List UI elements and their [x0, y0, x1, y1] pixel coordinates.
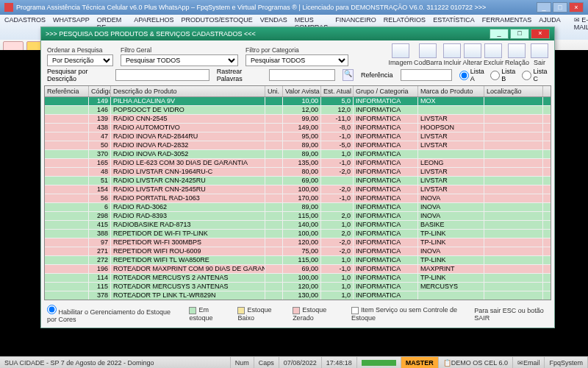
table-row[interactable]: 47RADIO INOVA RAD-2844RU95,00-1,0INFORMA…: [45, 132, 551, 141]
table-row[interactable]: 271REPETIDOR WIFI ROU-600975,00-2,0INFOR…: [45, 247, 551, 256]
col-cod[interactable]: Código: [89, 86, 111, 96]
sb-num: Num: [231, 357, 254, 368]
sb-city: SUA CIDADE - SP 7 de Agosto de 2022 - Do…: [0, 357, 231, 368]
table-row[interactable]: 6RADIO RAD-306289,00INFORMATICAINOVA: [45, 203, 551, 212]
table-row[interactable]: 139RADIO CNN-254599,00-11,0INFORMATICALI…: [45, 115, 551, 124]
action-toolbar: Imagem CodBarra Incluir Alterar Excluir …: [388, 43, 548, 66]
imagem-icon[interactable]: [392, 43, 409, 58]
statusbar: SUA CIDADE - SP 7 de Agosto de 2022 - Do…: [0, 356, 588, 368]
legend-em: Em estoque: [189, 306, 227, 322]
rastrear-label: Rastrear Palavras: [217, 68, 262, 82]
radio-lista-c[interactable]: Lista C: [522, 68, 548, 82]
col-marca[interactable]: Marca do Produto: [418, 86, 484, 96]
subwin-maximize[interactable]: □: [510, 29, 529, 39]
table-row[interactable]: 50RADIO INOVA RAD-283289,00-5,0INFORMATI…: [45, 141, 551, 150]
filtro-cat-select[interactable]: Pesquisar TODOS: [245, 54, 348, 66]
col-val[interactable]: Valor Avista: [283, 86, 321, 96]
ref-label: Referência: [361, 71, 393, 79]
table-row[interactable]: 165RADIO LE-623 COM 30 DIAS DE GARANTIA1…: [45, 159, 551, 168]
ordena-select[interactable]: Por Descrição: [47, 54, 113, 66]
codbarra-icon[interactable]: [419, 43, 437, 58]
maximize-button[interactable]: □: [553, 2, 567, 13]
minimize-button[interactable]: _: [537, 2, 551, 13]
table-row[interactable]: 272REPETIDOR WIFI TL WA850RE115,001,0INF…: [45, 256, 551, 265]
table-row[interactable]: 115ROTEADOR MERCUSYS 3 ANTENAS120,001,0I…: [45, 283, 551, 291]
subwin-minimize[interactable]: _: [490, 29, 509, 39]
sb-caps: Caps: [254, 357, 279, 368]
main-titlebar: Programa Assistência Técnica Celular v6.…: [0, 0, 588, 15]
legend-baixo: Estoque Baixo: [237, 306, 282, 322]
table-row[interactable]: 196ROTEADOR MAXPRINT COM 90 DIAS DE GARA…: [45, 265, 551, 274]
sb-fpq[interactable]: FpqSystem: [545, 357, 588, 368]
sb-demo: 📋 DEMO OS CEL 6.0: [439, 357, 513, 368]
hab-check[interactable]: Habilitar o Gerenciamento do Estoque por…: [47, 305, 179, 323]
table-row[interactable]: 378ROTEADOR TP LINK TL-WR829N130,001,0IN…: [45, 291, 551, 300]
table-row[interactable]: 370RADIO INOVA RAD-305289,001,0INFORMATI…: [45, 150, 551, 159]
radio-lista-b[interactable]: Lista B: [490, 68, 516, 82]
sb-time: 17:48:18: [322, 357, 357, 368]
search-window-title: >>> PESQUISA DOS PRODUTOS & SERVIÇOS CAD…: [46, 30, 256, 38]
filtro-cat-label: Filtro por Categoria: [245, 46, 348, 54]
search-window: >>> PESQUISA DOS PRODUTOS & SERVIÇOS CAD…: [40, 26, 555, 328]
col-uni[interactable]: Uni.: [265, 86, 283, 96]
table-row[interactable]: 56RADIO PORTATIL RAD-1063170,00-1,0INFOR…: [45, 194, 551, 203]
col-grp[interactable]: Grupo / Categoria: [354, 86, 418, 96]
pesq-desc-input[interactable]: [115, 69, 209, 81]
col-ref[interactable]: Referência: [45, 86, 89, 96]
col-desc[interactable]: Descrição do Produto: [111, 86, 265, 96]
table-row[interactable]: 149PILHA ALCALINA 9V10,005,0INFORMATICAM…: [45, 97, 551, 106]
ordena-label: Ordenar a Pesquisa: [47, 46, 113, 54]
grid-body[interactable]: 149PILHA ALCALINA 9V10,005,0INFORMATICAM…: [45, 97, 551, 300]
filter-row-2: Pesquisar por Descrição Rastrear Palavra…: [41, 66, 554, 85]
filter-row-1: Ordenar a Pesquisa Por Descrição Filtro …: [41, 40, 554, 66]
ref-input[interactable]: [401, 69, 452, 81]
menu-email[interactable]: ✉ E-MAIL: [574, 16, 588, 38]
filtro-geral-label: Filtro Geral: [121, 46, 238, 54]
sair-icon[interactable]: [531, 43, 548, 58]
subwin-close[interactable]: ×: [531, 29, 550, 39]
table-row[interactable]: 146POPSOOCT DE VIDRO12,0012,0INFORMATICA: [45, 106, 551, 115]
table-row[interactable]: 51RADIO LIVSTAR CNN-2425RU69,00INFORMATI…: [45, 177, 551, 185]
table-row[interactable]: 114ROTEADOR MERCUSYS 2 ANTENAS100,001,0I…: [45, 274, 551, 283]
app-icon: [4, 3, 13, 12]
close-button[interactable]: ×: [569, 2, 584, 13]
table-row[interactable]: 438RADIO AUTOMOTIVO149,00-8,0INFORMATICA…: [45, 124, 551, 132]
search-window-titlebar: >>> PESQUISA DOS PRODUTOS & SERVIÇOS CAD…: [41, 27, 554, 40]
pesq-desc-label: Pesquisar por Descrição: [47, 68, 108, 82]
legend-bar: Habilitar o Gerenciamento do Estoque por…: [41, 300, 554, 328]
radio-lista-a[interactable]: Lista A: [459, 68, 485, 82]
table-row[interactable]: 415RADIOBASIKE RAD-8713140,001,0INFORMAT…: [45, 221, 551, 230]
incluir-icon[interactable]: [443, 43, 461, 58]
lista-radios: Lista A Lista B Lista C: [459, 68, 548, 82]
table-row[interactable]: 388REPETIDOR DE WI-FI TP-LINK100,002,0IN…: [45, 230, 551, 238]
filtro-geral-select[interactable]: Pesquisar TODOS: [121, 54, 238, 66]
sb-master: MASTER: [401, 357, 439, 368]
col-est[interactable]: Est. Atual: [321, 86, 354, 96]
excluir-icon[interactable]: [484, 43, 502, 58]
main-window-controls: _ □ ×: [537, 2, 584, 13]
table-row[interactable]: 48RADIO LIVSTAR CNN-1964RU-C80,00-2,0INF…: [45, 168, 551, 177]
relacao-icon[interactable]: [508, 43, 526, 58]
app-title: Programa Assistência Técnica Celular v6.…: [16, 4, 486, 11]
products-grid: Referência Código Descrição do Produto U…: [44, 85, 551, 300]
rastrear-input[interactable]: [269, 69, 335, 81]
table-row[interactable]: 97REPETIDOR WI-FI 300MBPS120,00-2,0INFOR…: [45, 238, 551, 247]
sb-date: 07/08/2022: [279, 357, 322, 368]
table-row[interactable]: 298RADIO RAD-8393115,002,0INFORMATICAINO…: [45, 212, 551, 221]
table-row[interactable]: 154RADIO LIVSTAR CNN-2545RU100,00-2,0INF…: [45, 185, 551, 194]
sb-email[interactable]: ✉ Email: [513, 357, 545, 368]
sb-progress: [357, 357, 401, 368]
search-icon[interactable]: 🔍: [343, 69, 354, 81]
legend-zerado: Estoque Zerado: [293, 306, 341, 322]
grid-header: Referência Código Descrição do Produto U…: [45, 86, 551, 97]
legend-exit: Para sair ESC ou botão SAIR: [474, 307, 548, 322]
legend-serv: Item Serviço ou sem Controle de Estoque: [351, 306, 464, 322]
alterar-icon[interactable]: [464, 43, 481, 58]
col-loc[interactable]: Localização: [484, 86, 543, 96]
menu-cadastros[interactable]: CADASTROS: [4, 16, 46, 38]
